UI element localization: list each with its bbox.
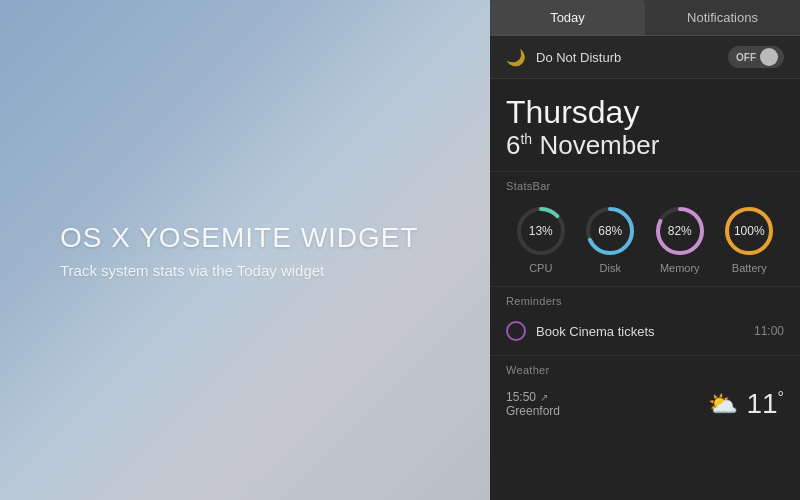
- weather-degree: °: [778, 389, 784, 406]
- reminder-time: 11:00: [754, 324, 784, 338]
- reminder-item: Book Cinema tickets 11:00: [506, 315, 784, 347]
- weather-time-location: 15:50 ↗: [506, 390, 560, 404]
- date-day: Thursday: [506, 95, 784, 130]
- stat-battery: 100% Battery: [722, 204, 776, 274]
- cpu-label: CPU: [529, 262, 552, 274]
- weather-right: ⛅ 11°: [708, 388, 784, 420]
- memory-label: Memory: [660, 262, 700, 274]
- memory-circle: 82%: [653, 204, 707, 258]
- statsbar-section: StatsBar 13% CPU: [490, 171, 800, 286]
- date-sup: th: [520, 132, 532, 148]
- dnd-label: Do Not Disturb: [536, 50, 728, 65]
- date-section: Thursday 6th November: [490, 79, 800, 171]
- dnd-toggle[interactable]: OFF: [728, 46, 784, 68]
- battery-circle: 100%: [722, 204, 776, 258]
- weather-label: Weather: [506, 364, 784, 376]
- battery-label: Battery: [732, 262, 767, 274]
- reminder-checkbox[interactable]: [506, 321, 526, 341]
- disk-value: 68%: [598, 224, 622, 238]
- disk-label: Disk: [600, 262, 621, 274]
- tab-notifications[interactable]: Notifications: [645, 0, 800, 35]
- weather-section: Weather 15:50 ↗ Greenford ⛅ 11°: [490, 355, 800, 500]
- stat-memory: 82% Memory: [653, 204, 707, 274]
- stat-disk: 68% Disk: [583, 204, 637, 274]
- statsbar-label: StatsBar: [506, 180, 784, 192]
- battery-value: 100%: [734, 224, 765, 238]
- toggle-circle: [760, 48, 778, 66]
- moon-icon: 🌙: [506, 48, 526, 67]
- weather-arrow-icon: ↗: [540, 392, 548, 403]
- weather-time: 15:50: [506, 390, 536, 404]
- stats-circles: 13% CPU 68% Disk: [506, 200, 784, 278]
- subtitle: Track system stats via the Today widget: [60, 262, 419, 279]
- weather-left: 15:50 ↗ Greenford: [506, 390, 560, 418]
- right-panel: Today Notifications 🌙 Do Not Disturb OFF…: [490, 0, 800, 500]
- cpu-circle: 13%: [514, 204, 568, 258]
- tab-bar: Today Notifications: [490, 0, 800, 36]
- disk-circle: 68%: [583, 204, 637, 258]
- date-month: November: [539, 130, 659, 160]
- reminders-label: Reminders: [506, 295, 784, 307]
- main-title: OS X YOSEMITE WIDGET: [60, 222, 419, 254]
- cpu-value: 13%: [529, 224, 553, 238]
- left-panel: OS X YOSEMITE WIDGET Track system stats …: [0, 0, 490, 500]
- weather-icon: ⛅: [708, 390, 738, 418]
- weather-temp: 11°: [746, 388, 784, 420]
- weather-content: 15:50 ↗ Greenford ⛅ 11°: [506, 384, 784, 424]
- reminders-section: Reminders Book Cinema tickets 11:00: [490, 286, 800, 355]
- date-num: 6: [506, 130, 520, 160]
- weather-location: Greenford: [506, 404, 560, 418]
- memory-value: 82%: [668, 224, 692, 238]
- date-full: 6th November: [506, 130, 784, 161]
- tab-today[interactable]: Today: [490, 0, 645, 35]
- reminder-text: Book Cinema tickets: [536, 324, 744, 339]
- left-content: OS X YOSEMITE WIDGET Track system stats …: [60, 222, 419, 279]
- stat-cpu: 13% CPU: [514, 204, 568, 274]
- toggle-off-text: OFF: [736, 52, 756, 63]
- dnd-row: 🌙 Do Not Disturb OFF: [490, 36, 800, 79]
